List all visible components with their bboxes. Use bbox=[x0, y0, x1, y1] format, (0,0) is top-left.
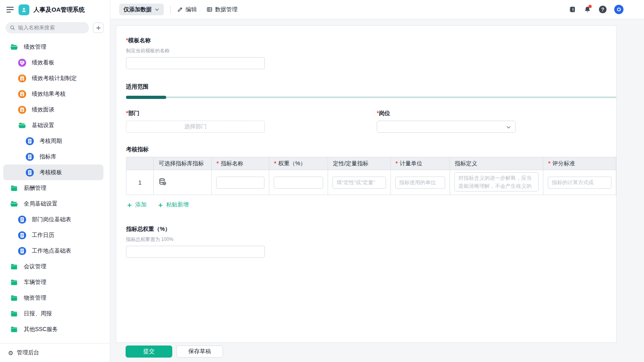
plus-icon: ＋ bbox=[157, 202, 164, 208]
sidebar-item-工作地点基础表[interactable]: 工作地点基础表 bbox=[3, 243, 103, 259]
sidebar-item-label: 考核周期 bbox=[39, 138, 62, 145]
sidebar-item-label: 绩效面谈 bbox=[32, 106, 54, 113]
position-field: *岗位 bbox=[377, 110, 516, 133]
sidebar-footer: ⚙ 管理后台 bbox=[0, 343, 110, 362]
app-logo-icon bbox=[19, 4, 29, 15]
required-asterisk: * bbox=[274, 160, 276, 167]
scoring-standard-input[interactable] bbox=[548, 177, 611, 189]
help-icon[interactable]: ? bbox=[599, 6, 607, 13]
gear-icon: ⚙ bbox=[8, 350, 13, 356]
paste-add-button[interactable]: ＋ 粘贴新增 bbox=[157, 201, 189, 208]
column-header bbox=[126, 157, 154, 170]
sidebar-item-label: 工作日历 bbox=[32, 232, 54, 239]
sidebar-item-其他SSC服务[interactable]: 其他SSC服务 bbox=[3, 321, 103, 337]
sidebar-item-指标库[interactable]: 指标库 bbox=[3, 149, 103, 165]
folder-closed-icon bbox=[10, 263, 19, 271]
app-title: 人事及OA管理系统 bbox=[33, 6, 85, 14]
indicator-name-input[interactable] bbox=[216, 177, 264, 189]
folder-closed-icon bbox=[10, 310, 19, 318]
sidebar-item-绩效结果考核[interactable]: 绩效结果考核 bbox=[3, 86, 103, 102]
topbar: 仅添加数据 编辑 数据管理 ? O bbox=[110, 0, 644, 19]
template-name-label: *模板名称 bbox=[126, 37, 607, 44]
sidebar: 人事及OA管理系统 输入名称来搜索 绩效管理绩效看板绩效考核计划制定绩效结果考核… bbox=[0, 0, 110, 362]
qualitative-quantitative-input[interactable] bbox=[332, 177, 386, 189]
column-header: 可选择指标库指标 bbox=[154, 157, 212, 170]
sidebar-item-绩效管理[interactable]: 绩效管理 bbox=[3, 39, 103, 55]
total-weight-input[interactable] bbox=[126, 246, 265, 258]
search-input[interactable]: 输入名称来搜索 bbox=[6, 22, 89, 33]
save-draft-button[interactable]: 保存草稿 bbox=[176, 346, 223, 358]
sidebar-item-绩效考核计划制定[interactable]: 绩效考核计划制定 bbox=[3, 70, 103, 86]
unit-input[interactable] bbox=[395, 177, 445, 189]
sidebar-item-日报、周报[interactable]: 日报、周报 bbox=[3, 306, 103, 321]
sidebar-item-绩效面谈[interactable]: 绩效面谈 bbox=[3, 102, 103, 117]
sidebar-item-工作日历[interactable]: 工作日历 bbox=[3, 227, 103, 243]
sidebar-item-部门岗位基础表[interactable]: 部门岗位基础表 bbox=[3, 212, 103, 227]
sidebar-item-label: 基础设置 bbox=[32, 122, 54, 129]
document-icon bbox=[18, 231, 27, 240]
sidebar-item-车辆管理[interactable]: 车辆管理 bbox=[3, 274, 103, 290]
sidebar-item-会议管理[interactable]: 会议管理 bbox=[3, 259, 103, 274]
required-asterisk: * bbox=[396, 160, 398, 167]
column-header: *权重（%） bbox=[269, 157, 328, 170]
template-name-helper: 制定当前模板的名称 bbox=[126, 47, 607, 54]
weight-input[interactable] bbox=[274, 177, 323, 189]
toolbar-divider bbox=[170, 6, 171, 14]
position-label: *岗位 bbox=[377, 110, 516, 117]
sidebar-item-label: 物资管理 bbox=[24, 294, 46, 302]
library-picker-cell bbox=[154, 170, 212, 195]
plus-icon: ＋ bbox=[126, 202, 133, 208]
scope-fields-row: *部门 选择部门 *岗位 bbox=[126, 110, 607, 133]
sidebar-item-全局基础设置[interactable]: 全局基础设置 bbox=[3, 196, 103, 212]
submit-button[interactable]: 提交 bbox=[126, 346, 172, 358]
sidebar-item-薪酬管理[interactable]: 薪酬管理 bbox=[3, 180, 103, 196]
folder-open-icon bbox=[18, 121, 27, 130]
topbar-right: ? O bbox=[568, 5, 623, 14]
select-department-button[interactable]: 选择部门 bbox=[126, 121, 265, 133]
clipboard-icon bbox=[18, 74, 27, 83]
indicators-title: 考核指标 bbox=[126, 146, 607, 153]
scope-progress-bar bbox=[126, 96, 616, 99]
edit-button[interactable]: 编辑 bbox=[177, 6, 197, 13]
template-name-input[interactable] bbox=[126, 57, 265, 69]
changelog-panel-icon[interactable] bbox=[568, 6, 576, 13]
folder-closed-icon bbox=[10, 184, 19, 192]
sidebar-item-考核模板[interactable]: 考核模板 bbox=[3, 165, 103, 180]
notifications-bell-icon[interactable] bbox=[584, 6, 591, 13]
search-placeholder: 输入名称来搜索 bbox=[18, 24, 55, 31]
indicator-table-wrap: 可选择指标库指标*指标名称*权重（%）定性/定量指标*计量单位指标定义*评分标准… bbox=[126, 157, 616, 195]
progress-filled bbox=[126, 96, 166, 99]
sidebar-item-label: 绩效看板 bbox=[32, 59, 54, 66]
menu-toggle-icon[interactable] bbox=[6, 7, 14, 12]
form-card: *模板名称 制定当前模板的名称 适用范围 *部门 选择部门 bbox=[116, 25, 617, 343]
add-app-button[interactable] bbox=[93, 23, 103, 33]
column-header: *评分标准 bbox=[543, 157, 616, 170]
sidebar-item-物资管理[interactable]: 物资管理 bbox=[3, 290, 103, 306]
sidebar-item-绩效看板[interactable]: 绩效看板 bbox=[3, 55, 103, 70]
sidebar-item-label: 其他SSC服务 bbox=[24, 326, 58, 333]
progress-track bbox=[166, 97, 616, 98]
sidebar-item-基础设置[interactable]: 基础设置 bbox=[3, 117, 103, 133]
admin-backend-link[interactable]: 管理后台 bbox=[17, 349, 39, 356]
folder-closed-icon bbox=[10, 294, 19, 302]
sidebar-search-row: 输入名称来搜索 bbox=[0, 19, 110, 37]
position-select[interactable] bbox=[377, 121, 516, 133]
document-icon bbox=[25, 137, 34, 146]
data-manage-label: 数据管理 bbox=[215, 6, 237, 13]
add-row-label: 添加 bbox=[135, 201, 147, 208]
sidebar-item-label: 车辆管理 bbox=[24, 279, 46, 286]
user-avatar[interactable]: O bbox=[614, 5, 623, 14]
indicator-library-picker-icon[interactable] bbox=[158, 177, 167, 186]
sidebar-item-考核周期[interactable]: 考核周期 bbox=[3, 133, 103, 149]
add-data-mode-button[interactable]: 仅添加数据 bbox=[119, 4, 164, 15]
chevron-down-icon bbox=[155, 7, 159, 12]
document-icon bbox=[25, 168, 34, 177]
definition-textarea[interactable] bbox=[454, 172, 539, 191]
sidebar-item-label: 绩效考核计划制定 bbox=[32, 75, 77, 82]
app-screen: 人事及OA管理系统 输入名称来搜索 绩效管理绩效看板绩效考核计划制定绩效结果考核… bbox=[0, 0, 644, 362]
required-asterisk: * bbox=[217, 160, 219, 167]
total-weight-field: 指标总权重（%） 指标总权重需为 100% bbox=[126, 226, 607, 258]
data-manage-button[interactable]: 数据管理 bbox=[206, 6, 237, 13]
add-row-button[interactable]: ＋ 添加 bbox=[126, 201, 147, 208]
dashboard-icon bbox=[18, 58, 27, 67]
